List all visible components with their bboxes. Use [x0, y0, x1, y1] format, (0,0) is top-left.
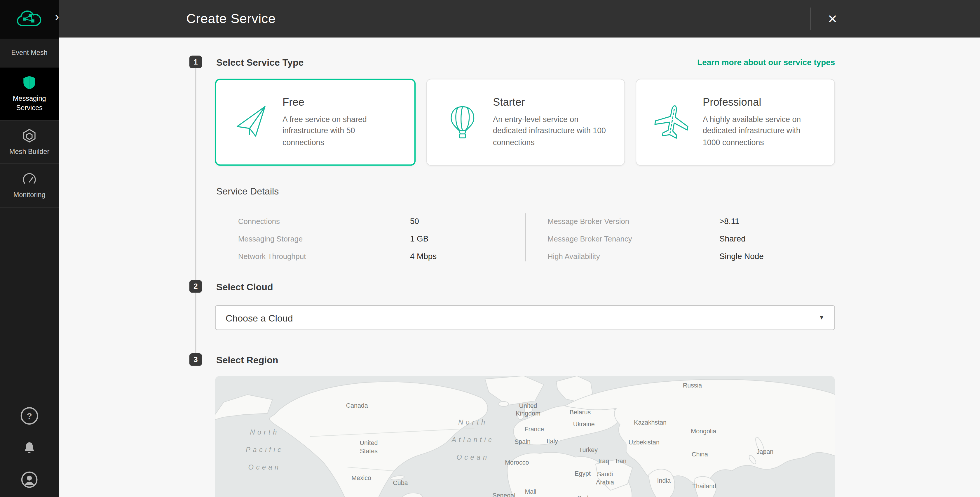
- sidebar-item-mesh-builder[interactable]: Mesh Builder: [0, 120, 59, 164]
- detail-value: 4 Mbps: [410, 252, 437, 261]
- paper-plane-icon: [231, 103, 272, 142]
- learn-more-link[interactable]: Learn more about our service types: [697, 57, 835, 67]
- sidebar-item-label: Messaging Services: [3, 94, 56, 112]
- sidebar-item-messaging-services[interactable]: Messaging Services: [0, 67, 59, 120]
- detail-value: >8.11: [719, 217, 739, 226]
- details-divider: [525, 213, 526, 261]
- modal-header: Create Service ✕: [59, 0, 980, 37]
- service-type-description: An entry-level service on dedicated infr…: [493, 114, 608, 148]
- detail-label: Network Throughput: [238, 252, 410, 261]
- service-type-description: A highly available service on dedicated …: [703, 114, 818, 148]
- notifications-bell-icon[interactable]: [22, 441, 36, 455]
- sidebar-footer: ?: [0, 407, 59, 488]
- step-1-badge: 1: [189, 56, 202, 68]
- service-details-heading: Service Details: [216, 186, 279, 196]
- service-card-free[interactable]: Free A free service on shared infrastruc…: [215, 79, 415, 166]
- service-details-left: Connections 50 Messaging Storage 1 GB Ne…: [238, 217, 437, 261]
- detail-value: 1 GB: [410, 234, 428, 243]
- service-type-title: Free: [283, 96, 398, 109]
- service-card-professional[interactable]: Professional A highly available service …: [636, 79, 835, 166]
- region-map[interactable]: RussiaCanadaUnited KingdomBelarusUkraine…: [215, 376, 835, 497]
- detail-row: Connections 50: [238, 217, 437, 226]
- service-card-text: Starter An entry-level service on dedica…: [493, 96, 608, 148]
- step-3-title: Select Region: [216, 355, 278, 365]
- detail-row: Message Broker Version >8.11: [547, 217, 764, 226]
- close-button[interactable]: ✕: [820, 0, 845, 37]
- shield-icon: [22, 75, 37, 90]
- sidebar-expand-chevron-icon[interactable]: ›: [55, 11, 59, 22]
- sidebar-item-monitoring[interactable]: Monitoring: [0, 164, 59, 208]
- service-type-title: Starter: [493, 96, 608, 109]
- service-card-text: Professional A highly available service …: [703, 96, 818, 148]
- sidebar-item-label: Event Mesh: [11, 48, 47, 57]
- step-2-title: Select Cloud: [216, 282, 273, 292]
- detail-label: Message Broker Tenancy: [547, 234, 719, 243]
- gauge-icon: [22, 172, 37, 186]
- help-icon[interactable]: ?: [21, 407, 38, 425]
- step-connector-line: [195, 68, 196, 353]
- sidebar-item-event-mesh[interactable]: Event Mesh: [0, 39, 59, 67]
- airplane-icon: [651, 103, 692, 142]
- help-glyph: ?: [21, 407, 38, 425]
- cloud-select-value: Choose a Cloud: [226, 312, 293, 323]
- detail-label: High Availability: [547, 252, 719, 261]
- step-3-badge: 3: [189, 353, 202, 366]
- world-map-graphic: [215, 376, 835, 497]
- detail-label: Message Broker Version: [547, 217, 719, 226]
- hexagon-icon: [22, 128, 37, 143]
- detail-value: Single Node: [719, 252, 764, 261]
- service-type-description: A free service on shared infrastructure …: [283, 114, 398, 148]
- detail-value: Shared: [719, 234, 746, 243]
- service-details-right: Message Broker Version >8.11 Message Bro…: [547, 217, 764, 261]
- sidebar-item-label: Monitoring: [13, 190, 46, 200]
- service-card-starter[interactable]: Starter An entry-level service on dedica…: [426, 79, 625, 166]
- app-root: Event Mesh Messaging Services Mesh Build…: [0, 0, 980, 497]
- main-content: 1 Select Service Type Learn more about o…: [59, 37, 980, 497]
- step-2-badge: 2: [189, 280, 202, 293]
- hot-air-balloon-icon: [442, 103, 483, 142]
- detail-value: 50: [410, 217, 419, 226]
- header-divider: [810, 8, 811, 30]
- close-icon: ✕: [828, 12, 838, 26]
- detail-row: Message Broker Tenancy Shared: [547, 234, 764, 243]
- service-type-cards: Free A free service on shared infrastruc…: [215, 79, 835, 166]
- service-card-text: Free A free service on shared infrastruc…: [283, 96, 398, 148]
- user-avatar-icon[interactable]: [21, 471, 38, 489]
- detail-label: Messaging Storage: [238, 234, 410, 243]
- detail-row: High Availability Single Node: [547, 252, 764, 261]
- sidebar-item-label: Mesh Builder: [10, 147, 49, 156]
- detail-row: Network Throughput 4 Mbps: [238, 252, 437, 261]
- cloud-network-logo-icon: [15, 8, 44, 31]
- detail-label: Connections: [238, 217, 410, 226]
- cloud-select[interactable]: Choose a Cloud ▼: [215, 305, 835, 330]
- page-title: Create Service: [186, 0, 275, 37]
- chevron-down-icon: ▼: [819, 314, 824, 321]
- solace-logo[interactable]: [0, 0, 59, 39]
- detail-row: Messaging Storage 1 GB: [238, 234, 437, 243]
- step-1-title: Select Service Type: [216, 57, 304, 67]
- sidebar: Event Mesh Messaging Services Mesh Build…: [0, 0, 59, 497]
- service-type-title: Professional: [703, 96, 818, 109]
